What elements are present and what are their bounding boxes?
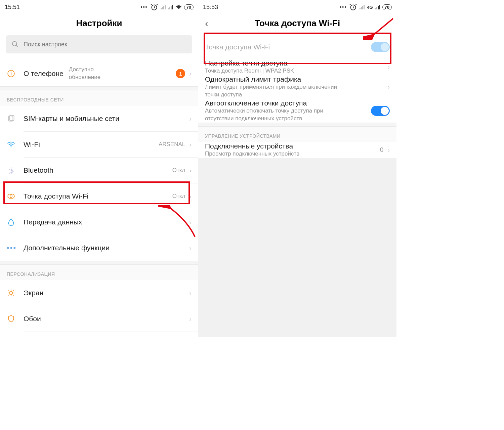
droplet-icon	[7, 218, 15, 226]
status-time: 15:53	[203, 4, 218, 11]
signal-icon	[375, 5, 380, 9]
section-wireless: БЕСПРОВОДНЫЕ СЕТИ	[0, 90, 198, 106]
svg-rect-34	[376, 7, 377, 9]
svg-line-27	[13, 291, 13, 291]
row-label: Обои	[24, 315, 41, 323]
data-usage-row[interactable]: Передача данных ›	[0, 209, 198, 235]
row-value: Откл	[172, 167, 185, 174]
page-title: Точка доступа Wi-Fi	[255, 18, 340, 29]
toggle-label: Точка доступа Wi-Fi	[205, 43, 270, 51]
alarm-icon	[150, 3, 159, 11]
status-icons: ••• 4G 70	[340, 3, 392, 11]
left-screen: 15:51 ••• 70 Настройки О телефоне Доступ…	[0, 0, 198, 337]
svg-line-24	[9, 291, 9, 291]
shield-icon	[7, 314, 15, 323]
more-dots-icon: •••	[7, 244, 16, 252]
chevron-right-icon: ›	[189, 115, 192, 123]
svg-rect-1	[161, 8, 162, 9]
svg-rect-32	[364, 5, 365, 9]
signal-icon	[360, 5, 365, 9]
svg-rect-31	[362, 6, 363, 9]
row-label: Wi-Fi	[24, 140, 40, 148]
section-devices: УПРАВЛЕНИЕ УСТРОЙСТВАМИ	[198, 127, 396, 142]
wifi-icon	[7, 140, 15, 149]
network-label: 4G	[367, 5, 373, 10]
traffic-limit-row[interactable]: Однократный лимит трафика Лимит будет пр…	[198, 75, 396, 99]
row-label: Подключенные устройства	[205, 142, 380, 150]
page-title: Настройки	[0, 12, 198, 35]
update-badge: 1	[176, 69, 185, 78]
hotspot-toggle-row: Точка доступа Wi-Fi	[198, 35, 396, 59]
display-row[interactable]: Экран ›	[0, 280, 198, 306]
svg-rect-8	[172, 5, 173, 9]
row-label: Точка доступа Wi-Fi	[24, 192, 88, 200]
svg-rect-3	[163, 6, 164, 9]
chevron-right-icon: ›	[189, 70, 192, 78]
row-sub: Просмотр подключенных устройств	[205, 150, 380, 158]
back-button[interactable]: ‹	[205, 18, 208, 29]
search-icon	[11, 41, 19, 48]
chevron-right-icon: ›	[189, 218, 192, 226]
svg-rect-29	[360, 8, 361, 9]
statusbar: 15:53 ••• 4G 70	[198, 0, 396, 12]
row-label: Экран	[24, 289, 43, 297]
chevron-right-icon: ›	[387, 63, 390, 71]
row-label: Дополнительные функции	[24, 244, 110, 252]
row-sub: Доступно	[69, 66, 100, 74]
svg-point-12	[11, 72, 12, 73]
svg-rect-30	[361, 7, 362, 9]
svg-line-25	[13, 295, 13, 295]
section-personalization: ПЕРСОНАЛИЗАЦИЯ	[0, 265, 198, 280]
status-icons: ••• 70	[141, 3, 194, 11]
wallpaper-row[interactable]: Обои ›	[0, 306, 198, 332]
hotspot-toggle[interactable]	[371, 42, 390, 52]
svg-rect-4	[165, 5, 166, 9]
battery-icon: 70	[382, 4, 392, 10]
status-time: 15:51	[5, 4, 20, 11]
chevron-right-icon: ›	[189, 167, 192, 174]
sim-row[interactable]: SIM-карты и мобильные сети ›	[0, 106, 198, 131]
row-value: ARSENAL	[159, 141, 185, 148]
svg-rect-5	[168, 8, 169, 9]
row-label: О телефоне	[24, 70, 64, 78]
row-value: Откл	[172, 193, 185, 200]
hotspot-icon	[7, 192, 15, 201]
svg-point-16	[11, 146, 12, 147]
about-phone-row[interactable]: О телефоне Доступно обновление 1 ›	[0, 61, 198, 86]
sun-icon	[7, 289, 15, 297]
signal-icon	[161, 5, 166, 9]
hotspot-setup-row[interactable]: Настройка точки доступа Точка доступа Re…	[198, 59, 396, 75]
statusbar: 15:51 ••• 70	[0, 0, 198, 12]
row-label: Автоотключение точки доступа	[205, 99, 371, 107]
search-input[interactable]	[24, 41, 187, 48]
alarm-icon	[349, 3, 358, 11]
chevron-right-icon: ›	[189, 244, 192, 252]
row-label: Bluetooth	[24, 166, 53, 174]
wifi-row[interactable]: Wi-Fi ARSENAL ›	[0, 132, 198, 157]
chevron-right-icon: ›	[189, 315, 192, 323]
chevron-right-icon: ›	[189, 192, 192, 200]
more-icon: •••	[340, 4, 347, 10]
auto-off-toggle[interactable]	[371, 106, 390, 116]
row-sub: Точка доступа Redmi | WPA2 PSK	[205, 67, 383, 75]
sim-icon	[7, 114, 15, 123]
signal-icon	[168, 5, 173, 9]
chevron-right-icon: ›	[189, 289, 192, 297]
bluetooth-icon	[7, 166, 15, 175]
connected-devices-row[interactable]: Подключенные устройства Просмотр подключ…	[198, 142, 396, 158]
svg-line-26	[9, 295, 9, 295]
svg-rect-35	[378, 6, 379, 9]
battery-icon: 70	[184, 4, 194, 10]
row-label: SIM-карты и мобильные сети	[24, 115, 119, 123]
svg-line-10	[16, 45, 18, 47]
svg-rect-13	[11, 73, 11, 76]
bluetooth-row[interactable]: Bluetooth Откл ›	[0, 158, 198, 183]
more-row[interactable]: ••• Дополнительные функции ›	[0, 235, 198, 261]
right-screen: 15:53 ••• 4G 70 ‹ Точка доступа Wi-Fi То…	[198, 0, 396, 337]
svg-rect-2	[162, 7, 163, 9]
svg-rect-7	[171, 6, 172, 9]
search-box[interactable]	[6, 35, 192, 53]
hotspot-row[interactable]: Точка доступа Wi-Fi Откл ›	[0, 183, 198, 209]
wifi-icon	[175, 4, 182, 10]
row-label: Однократный лимит трафика	[205, 75, 383, 83]
